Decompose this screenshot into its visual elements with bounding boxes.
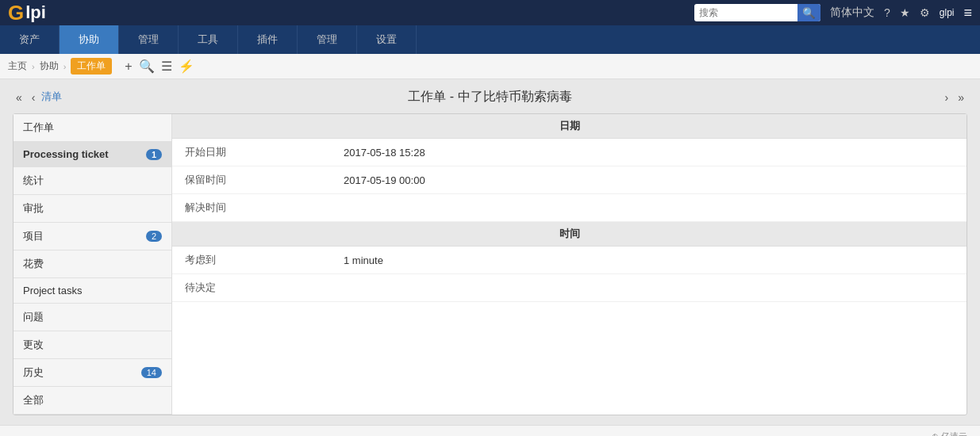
page-header: « ‹ 清单 工作单 - 中了比特币勒索病毒 › » xyxy=(13,89,967,105)
sidebar-item-ticket[interactable]: 工作单 xyxy=(13,114,171,142)
project-badge: 2 xyxy=(146,231,162,242)
star-icon[interactable]: ★ xyxy=(900,6,910,19)
logo: G lpi xyxy=(8,1,46,25)
left-nav-arrows: « ‹ 清单 xyxy=(13,90,62,105)
search-button[interactable]: 🔍 xyxy=(797,4,821,21)
label-resolve-time: 解决时间 xyxy=(172,194,331,222)
sidebar: 工作单 Processing ticket 1 统计 审批 项目 2 花费 Pr… xyxy=(13,114,172,415)
time-section-header: 时间 xyxy=(172,222,967,247)
gear-icon[interactable]: ⚙ xyxy=(920,6,930,19)
flow-toolbar-icon[interactable]: ⚡ xyxy=(179,59,194,74)
processing-badge: 1 xyxy=(146,149,162,160)
nav-item-manage2[interactable]: 管理 xyxy=(298,25,357,54)
label-start-date: 开始日期 xyxy=(172,139,331,166)
hamburger-icon[interactable]: ≡ xyxy=(963,5,972,21)
history-badge: 14 xyxy=(141,367,162,378)
nav-item-assist[interactable]: 协助 xyxy=(60,25,119,54)
nav-item-tools[interactable]: 工具 xyxy=(179,25,238,54)
breadcrumb-bar: 主页 › 协助 › 工作单 + 🔍 ☰ ⚡ xyxy=(0,54,980,79)
sidebar-item-project[interactable]: 项目 2 xyxy=(13,223,171,251)
toolbar: + 🔍 ☰ ⚡ xyxy=(125,59,194,74)
content-panel: 日期 开始日期 2017-05-18 15:28 保留时间 2017-05-19… xyxy=(172,114,967,415)
nav-item-plugins[interactable]: 插件 xyxy=(238,25,298,54)
sidebar-item-problems[interactable]: 问题 xyxy=(13,304,171,331)
table-row: 考虑到 1 minute xyxy=(172,247,967,274)
nav-item-manage1[interactable]: 管理 xyxy=(119,25,179,54)
value-hold-time: 2017-05-19 00:00 xyxy=(331,166,967,194)
label-pending: 待决定 xyxy=(172,274,331,302)
footer-brand: ⊕ 亿速云 xyxy=(932,430,967,436)
list-toolbar-icon[interactable]: ☰ xyxy=(161,59,172,74)
sidebar-item-processing[interactable]: Processing ticket 1 xyxy=(13,142,171,167)
right-nav-arrows: › » xyxy=(942,90,967,105)
label-hold-time: 保留时间 xyxy=(172,166,331,194)
nav-item-settings[interactable]: 设置 xyxy=(357,25,417,54)
breadcrumb-current: 工作单 xyxy=(71,58,112,75)
list-link[interactable]: 清单 xyxy=(41,90,62,105)
top-bar: G lpi 🔍 简体中文 ? ★ ⚙ glpi ≡ xyxy=(0,0,980,25)
sidebar-item-project-tasks[interactable]: Project tasks xyxy=(13,278,171,304)
logo-lpi: lpi xyxy=(25,2,46,23)
table-row: 开始日期 2017-05-18 15:28 xyxy=(172,139,967,166)
time-table: 考虑到 1 minute 待决定 xyxy=(172,247,967,302)
sidebar-item-expense[interactable]: 花费 xyxy=(13,251,171,278)
nav-bar: 资产 协助 管理 工具 插件 管理 设置 xyxy=(0,25,980,54)
main-layout: 工作单 Processing ticket 1 统计 审批 项目 2 花费 Pr… xyxy=(13,113,967,415)
label-considered: 考虑到 xyxy=(172,247,331,274)
sidebar-item-all[interactable]: 全部 xyxy=(13,387,171,415)
last-page-button[interactable]: » xyxy=(955,90,967,105)
page-content: « ‹ 清单 工作单 - 中了比特币勒索病毒 › » 工作单 Processin… xyxy=(0,79,980,425)
sidebar-item-changes[interactable]: 更改 xyxy=(13,331,171,359)
search-box[interactable]: 🔍 xyxy=(694,4,821,21)
next-page-button[interactable]: › xyxy=(942,90,952,105)
sidebar-item-history[interactable]: 历史 14 xyxy=(13,359,171,387)
first-page-button[interactable]: « xyxy=(13,90,25,105)
breadcrumb-section[interactable]: 协助 xyxy=(40,59,59,73)
table-row: 待决定 xyxy=(172,274,967,302)
top-right-area: 🔍 简体中文 ? ★ ⚙ glpi ≡ xyxy=(694,4,972,21)
value-resolve-time xyxy=(331,194,967,222)
search-toolbar-icon[interactable]: 🔍 xyxy=(139,59,155,74)
breadcrumb-home[interactable]: 主页 xyxy=(8,59,27,73)
table-row: 保留时间 2017-05-19 00:00 xyxy=(172,166,967,194)
value-pending xyxy=(331,274,967,302)
add-icon[interactable]: + xyxy=(125,59,132,74)
sidebar-item-stats[interactable]: 统计 xyxy=(13,167,171,195)
user-label: glpi xyxy=(940,7,955,18)
sidebar-item-approval[interactable]: 审批 xyxy=(13,195,171,223)
footer: ⊕ 亿速云 xyxy=(0,425,980,436)
value-considered: 1 minute xyxy=(331,247,967,274)
dates-table: 开始日期 2017-05-18 15:28 保留时间 2017-05-19 00… xyxy=(172,139,967,222)
page-title: 工作单 - 中了比特币勒索病毒 xyxy=(408,89,571,105)
nav-item-assets[interactable]: 资产 xyxy=(0,25,60,54)
search-input[interactable] xyxy=(694,6,797,20)
help-icon[interactable]: ? xyxy=(884,6,890,19)
table-row: 解决时间 xyxy=(172,194,967,222)
logo-g: G xyxy=(8,1,24,25)
language-label[interactable]: 简体中文 xyxy=(830,6,874,20)
dates-section-header: 日期 xyxy=(172,114,967,139)
prev-page-button[interactable]: ‹ xyxy=(29,90,39,105)
value-start-date: 2017-05-18 15:28 xyxy=(331,139,967,166)
